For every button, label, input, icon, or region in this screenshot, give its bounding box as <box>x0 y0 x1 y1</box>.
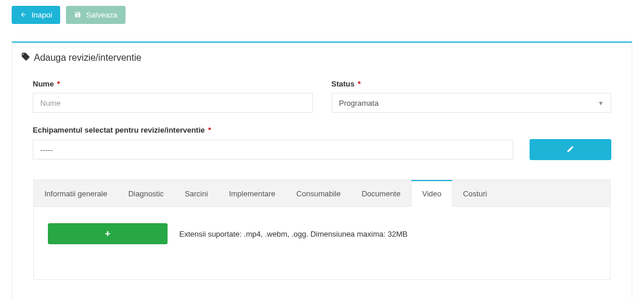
arrow-left-icon <box>20 11 27 19</box>
back-button-label: Inapoi <box>32 11 52 19</box>
tab-diagnostic[interactable]: Diagnostic <box>118 180 175 206</box>
equipment-row <box>33 139 611 160</box>
video-help-text: Extensii suportate: .mp4, .webm, .ogg. D… <box>179 230 408 238</box>
form-group-name: Nume * <box>33 79 313 113</box>
equipment-label: Echipamentul selectat pentru revizie/int… <box>33 126 611 134</box>
status-selected-value: Programata <box>339 99 379 108</box>
tag-icon <box>21 52 30 63</box>
caret-down-icon: ▼ <box>598 100 604 106</box>
save-icon <box>74 11 81 19</box>
equipment-input[interactable] <box>33 140 513 160</box>
tab-sarcini[interactable]: Sarcini <box>174 180 218 206</box>
plus-icon: + <box>105 228 110 239</box>
tabs-container: Informatii generale Diagnostic Sarcini I… <box>33 179 611 280</box>
back-button[interactable]: Inapoi <box>12 6 60 24</box>
save-button[interactable]: Salveaza <box>66 6 125 24</box>
tab-informatii-generale[interactable]: Informatii generale <box>34 180 118 206</box>
form-group-equipment: Echipamentul selectat pentru revizie/int… <box>33 126 611 134</box>
name-label: Nume * <box>33 79 313 88</box>
tab-implementare[interactable]: Implementare <box>218 180 286 206</box>
tab-video[interactable]: Video <box>411 180 452 207</box>
save-button-label: Salveaza <box>86 11 117 19</box>
status-select[interactable]: Programata ▼ <box>332 93 612 113</box>
name-input[interactable] <box>33 93 313 113</box>
tab-list: Informatii generale Diagnostic Sarcini I… <box>33 179 611 207</box>
form-section: Nume * Status * Programata ▼ Echipamentu… <box>21 79 623 280</box>
main-panel: Adauga revizie/interventie Nume * Status… <box>12 41 632 298</box>
top-toolbar: Inapoi Salveaza <box>12 6 632 24</box>
tab-content-video: + Extensii suportate: .mp4, .webm, .ogg.… <box>33 207 611 280</box>
form-group-status: Status * Programata ▼ <box>332 79 612 113</box>
tab-costuri[interactable]: Costuri <box>452 180 497 206</box>
add-video-button[interactable]: + <box>48 223 168 244</box>
edit-equipment-button[interactable] <box>530 139 611 160</box>
form-row-1: Nume * Status * Programata ▼ <box>33 79 611 113</box>
tab-documente[interactable]: Documente <box>351 180 410 206</box>
pencil-icon <box>566 145 575 154</box>
page-title: Adauga revizie/interventie <box>21 52 623 63</box>
status-label: Status * <box>332 79 612 88</box>
page-title-text: Adauga revizie/interventie <box>34 53 141 63</box>
tab-consumabile[interactable]: Consumabile <box>286 180 351 206</box>
